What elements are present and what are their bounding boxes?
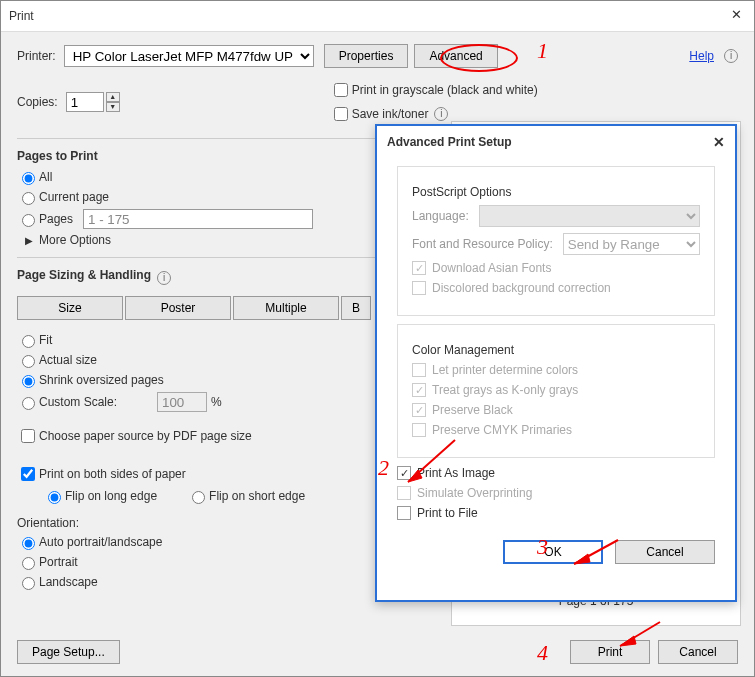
- letprinter-checkbox: [412, 363, 426, 377]
- flipshort-label: Flip on short edge: [209, 489, 305, 503]
- duplex-checkbox[interactable]: [21, 467, 35, 481]
- tab-size[interactable]: Size: [17, 296, 123, 320]
- language-select: [479, 205, 700, 227]
- fit-radio[interactable]: [22, 335, 35, 348]
- more-options-label: More Options: [39, 233, 111, 247]
- letprinter-label: Let printer determine colors: [432, 363, 578, 377]
- customscale-input[interactable]: [157, 392, 207, 412]
- shrink-radio[interactable]: [22, 375, 35, 388]
- grayscale-label: Print in grayscale (black and white): [352, 83, 538, 97]
- pages-current-radio[interactable]: [22, 192, 35, 205]
- help-info-icon[interactable]: i: [724, 49, 738, 63]
- orient-landscape-label: Landscape: [39, 575, 98, 589]
- printtofile-label: Print to File: [417, 506, 478, 520]
- annotation-4: 4: [537, 640, 548, 666]
- actual-label: Actual size: [39, 353, 97, 367]
- sizing-heading: Page Sizing & Handling: [17, 268, 151, 282]
- customscale-radio[interactable]: [22, 397, 35, 410]
- preservecmyk-checkbox: [412, 423, 426, 437]
- printer-label: Printer:: [17, 49, 56, 63]
- advanced-close-icon[interactable]: ✕: [713, 134, 725, 150]
- printtofile-checkbox[interactable]: [397, 506, 411, 520]
- language-label: Language:: [412, 209, 469, 223]
- customscale-label: Custom Scale:: [39, 395, 117, 409]
- advanced-title: Advanced Print Setup: [387, 135, 512, 149]
- fliplong-radio[interactable]: [48, 491, 61, 504]
- treatgrays-checkbox: [412, 383, 426, 397]
- duplex-label: Print on both sides of paper: [39, 467, 186, 481]
- customscale-pct: %: [211, 395, 222, 409]
- orient-portrait-radio[interactable]: [22, 557, 35, 570]
- sizing-info-icon[interactable]: i: [157, 271, 171, 285]
- choosepaper-checkbox[interactable]: [21, 429, 35, 443]
- pages-current-label: Current page: [39, 190, 109, 204]
- colormgmt-heading: Color Management: [412, 343, 700, 357]
- annotation-ellipse: [440, 44, 518, 72]
- advanced-dialog: Advanced Print Setup ✕ PostScript Option…: [375, 124, 737, 602]
- fontpolicy-label: Font and Resource Policy:: [412, 237, 553, 251]
- properties-button[interactable]: Properties: [324, 44, 409, 68]
- printer-select[interactable]: HP Color LaserJet MFP M477fdw UPD PCL 6: [64, 45, 314, 67]
- shrink-label: Shrink oversized pages: [39, 373, 164, 387]
- spinner-down-icon[interactable]: ▼: [106, 102, 120, 112]
- preserveblack-label: Preserve Black: [432, 403, 513, 417]
- copies-label: Copies:: [17, 95, 58, 109]
- tab-poster[interactable]: Poster: [125, 296, 231, 320]
- annotation-arrow-3: [568, 540, 628, 570]
- help-link[interactable]: Help: [689, 49, 714, 63]
- annotation-arrow-2: [400, 440, 460, 490]
- close-icon[interactable]: ✕: [726, 7, 746, 25]
- pages-range-radio[interactable]: [22, 214, 35, 227]
- ps-options-heading: PostScript Options: [412, 185, 700, 199]
- preservecmyk-label: Preserve CMYK Primaries: [432, 423, 572, 437]
- copies-input[interactable]: [66, 92, 104, 112]
- saveink-info-icon[interactable]: i: [434, 107, 448, 121]
- chevron-right-icon: ▶: [25, 235, 33, 246]
- pages-all-radio[interactable]: [22, 172, 35, 185]
- fontpolicy-select: Send by Range: [563, 233, 700, 255]
- tab-booklet[interactable]: B: [341, 296, 371, 320]
- download-asian-checkbox: [412, 261, 426, 275]
- orient-auto-radio[interactable]: [22, 537, 35, 550]
- pages-range-input[interactable]: [83, 209, 313, 229]
- treatgrays-label: Treat grays as K-only grays: [432, 383, 578, 397]
- actual-radio[interactable]: [22, 355, 35, 368]
- orient-portrait-label: Portrait: [39, 555, 78, 569]
- choosepaper-label: Choose paper source by PDF page size: [39, 429, 252, 443]
- annotation-arrow-4: [620, 622, 680, 652]
- annotation-2: 2: [378, 455, 389, 481]
- fliplong-label: Flip on long edge: [65, 489, 157, 503]
- saveink-label: Save ink/toner: [352, 107, 429, 121]
- spinner-up-icon[interactable]: ▲: [106, 92, 120, 102]
- copies-spinner[interactable]: ▲ ▼: [66, 92, 120, 112]
- print-titlebar: Print ✕: [1, 1, 754, 32]
- annotation-3: 3: [537, 534, 548, 560]
- discolored-checkbox: [412, 281, 426, 295]
- saveink-checkbox[interactable]: [334, 107, 348, 121]
- print-title: Print: [9, 9, 34, 23]
- svg-marker-5: [620, 636, 636, 646]
- tab-multiple[interactable]: Multiple: [233, 296, 339, 320]
- orient-auto-label: Auto portrait/landscape: [39, 535, 162, 549]
- pages-all-label: All: [39, 170, 52, 184]
- pages-range-label: Pages: [39, 212, 73, 226]
- page-setup-button[interactable]: Page Setup...: [17, 640, 120, 664]
- fit-label: Fit: [39, 333, 52, 347]
- orient-landscape-radio[interactable]: [22, 577, 35, 590]
- preserveblack-checkbox: [412, 403, 426, 417]
- discolored-label: Discolored background correction: [432, 281, 611, 295]
- annotation-1: 1: [537, 38, 548, 64]
- download-asian-label: Download Asian Fonts: [432, 261, 551, 275]
- flipshort-radio[interactable]: [192, 491, 205, 504]
- grayscale-checkbox[interactable]: [334, 83, 348, 97]
- advanced-cancel-button[interactable]: Cancel: [615, 540, 715, 564]
- svg-marker-3: [574, 554, 590, 564]
